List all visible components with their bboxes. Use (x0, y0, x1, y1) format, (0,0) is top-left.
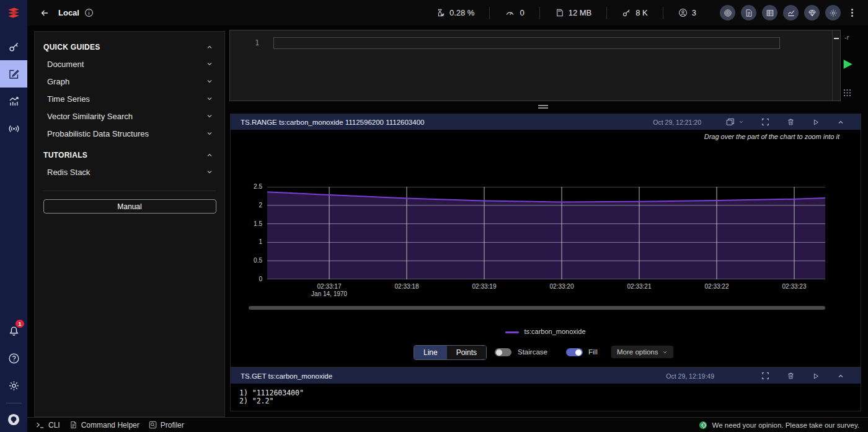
metric-cpu: 0.28 % (436, 8, 474, 17)
chart-horizontal-scrollbar[interactable] (249, 306, 825, 310)
editor-drag-handle[interactable] (843, 88, 852, 100)
collapse-result-button[interactable] (837, 119, 844, 126)
chevron-up-icon (206, 151, 213, 159)
rail-item-pubsub[interactable] (0, 115, 27, 142)
editor-overlay-label: -r (844, 34, 849, 41)
key-icon (622, 8, 631, 17)
chevron-down-icon (206, 112, 213, 120)
chart-view-button[interactable] (783, 5, 799, 20)
chevron-up-icon (206, 43, 213, 51)
delete-result-button[interactable] (787, 372, 795, 380)
metric-separator (663, 7, 663, 19)
tutorial-item-redis-stack[interactable]: Redis Stack (35, 163, 224, 181)
chevron-down-icon (206, 95, 213, 102)
rail-item-github[interactable] (0, 407, 27, 432)
enablement-panel: QUICK GUIDES Document Graph Time Series … (34, 31, 225, 417)
delete-result-button[interactable] (787, 118, 795, 126)
result-header: TS.GET ts:carbon_monoxide Oct 29, 12:19:… (231, 368, 861, 384)
document-icon (69, 421, 78, 429)
trash-icon (787, 372, 795, 380)
points-mode-button[interactable]: Points (447, 346, 486, 359)
fullscreen-icon (761, 118, 769, 126)
profiler-button[interactable]: Profiler (149, 421, 184, 430)
metric-clients: 3 (678, 8, 696, 17)
play-icon (841, 58, 854, 71)
guide-item-graph[interactable]: Graph (35, 73, 224, 90)
metric-separator (489, 7, 490, 19)
info-icon[interactable] (84, 8, 94, 17)
rail-item-workbench[interactable] (0, 60, 27, 88)
table-view-button[interactable] (762, 5, 777, 20)
rerun-command-button[interactable] (812, 372, 820, 380)
rail-item-settings[interactable] (0, 372, 27, 399)
pencil-square-icon (8, 68, 20, 80)
back-button[interactable] (37, 6, 52, 20)
chart-type-group: Line Points (414, 345, 487, 360)
redis-logo-icon (6, 5, 22, 21)
overflow-menu-button[interactable] (846, 6, 858, 19)
rail-item-notifications[interactable]: 1 (0, 317, 27, 344)
guide-item-document[interactable]: Document (35, 55, 224, 73)
gear-icon (829, 9, 838, 17)
fullscreen-button[interactable] (761, 118, 769, 126)
waves-circle-icon (724, 9, 732, 17)
quick-guides-header[interactable]: QUICK GUIDES (35, 39, 224, 55)
metric-commands: 0 (505, 8, 524, 17)
more-options-button[interactable]: More options (611, 346, 673, 358)
result-timestamp: Oct 29, 12:21:20 (653, 119, 701, 126)
output-line: 1) "1112603400" (231, 389, 861, 397)
key-icon (8, 41, 20, 53)
ts-chart-plot[interactable] (267, 187, 825, 279)
guide-item-time-series[interactable]: Time Series (35, 90, 224, 107)
gem-button[interactable] (804, 5, 820, 20)
rerun-command-button[interactable] (812, 119, 820, 126)
metric-keys-value: 8 K (636, 8, 648, 17)
fullscreen-button[interactable] (761, 372, 769, 380)
fill-toggle[interactable] (566, 348, 583, 356)
view-selector-button[interactable] (726, 118, 744, 127)
notification-badge: 1 (16, 320, 24, 328)
command-editor[interactable]: 1 (229, 30, 841, 101)
analytics-chart-icon (8, 96, 20, 107)
chart-controls: Line Points Staircase Fill More options (231, 345, 861, 361)
panel-resize-handle[interactable] (538, 105, 548, 109)
settings-round-button[interactable] (825, 5, 841, 20)
trash-icon (787, 118, 795, 126)
metric-commands-value: 0 (520, 8, 524, 17)
result-header: TS.RANGE ts:carbon_monoxide 1112596200 1… (231, 114, 861, 130)
fill-label: Fill (588, 348, 598, 356)
rail-item-browser[interactable] (0, 33, 27, 60)
document-clock-button[interactable] (741, 5, 756, 20)
chevron-up-icon (837, 372, 844, 380)
workbench-area: 1 -r TS.RANGE ts:carbo (229, 25, 862, 432)
result-command: TS.RANGE ts:carbon_monoxide 1112596200 1… (241, 119, 424, 126)
tutorials-header[interactable]: TUTORIALS (35, 147, 224, 163)
pubsub-waves-button[interactable] (720, 5, 735, 20)
result-command: TS.GET ts:carbon_monoxide (241, 372, 332, 380)
chart-legend[interactable]: ts:carbon_monoxide (231, 328, 861, 335)
chart-result-body: Drag over the part of the chart to zoom … (231, 130, 861, 367)
guide-item-vector-search[interactable]: Vector Similarity Search (35, 107, 224, 125)
metric-keys: 8 K (622, 8, 648, 17)
table-icon (766, 9, 774, 17)
guide-item-probabilistic[interactable]: Probabilistic Data Structures (35, 125, 224, 142)
cli-button[interactable]: CLI (36, 421, 60, 430)
line-chart-icon (787, 9, 795, 17)
rail-item-help[interactable] (0, 344, 27, 372)
line-mode-button[interactable]: Line (414, 346, 447, 359)
drag-dots-icon (843, 88, 852, 97)
rail-item-analytics[interactable] (0, 88, 27, 115)
chart-zoom-hint: Drag over the part of the chart to zoom … (704, 133, 839, 140)
gauge-icon (505, 8, 515, 17)
survey-link[interactable]: We need your opinion. Please take our su… (699, 421, 859, 430)
top-actions (720, 5, 862, 20)
staircase-toggle[interactable] (495, 348, 512, 356)
collapse-result-button[interactable] (837, 372, 844, 380)
manual-button[interactable]: Manual (43, 199, 216, 214)
command-helper-button[interactable]: Command Helper (69, 421, 140, 430)
top-bar: Local 0.28 % 0 (0, 0, 868, 25)
gem-icon (808, 9, 817, 17)
metric-memory-value: 12 MB (569, 8, 592, 17)
fullscreen-icon (761, 372, 769, 380)
run-command-button[interactable] (839, 56, 855, 74)
